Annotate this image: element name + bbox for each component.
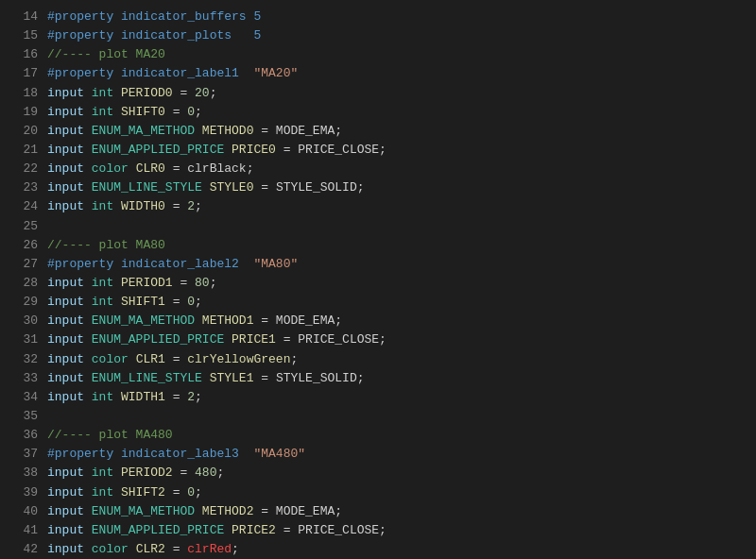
code-line: 35 (11, 407, 745, 426)
line-number: 17 (11, 64, 38, 83)
token: int (92, 466, 113, 480)
token: ENUM_APPLIED_PRICE (92, 332, 224, 347)
line-content: input ENUM_MA_METHOD METHOD0 = MODE_EMA; (47, 122, 745, 141)
token: PERIOD0 (113, 86, 180, 100)
token: WIDTH0 (113, 199, 172, 213)
line-number: 24 (11, 197, 38, 216)
code-line: 26//---- plot MA80 (11, 236, 745, 255)
token: input (47, 504, 92, 518)
line-content: input int WIDTH1 = 2; (47, 388, 745, 407)
token: color (92, 352, 129, 366)
code-line: 27#property indicator_label2 "MA80" (11, 255, 745, 274)
token: ; (357, 180, 365, 195)
token: METHOD0 (195, 124, 261, 138)
token: = (261, 313, 268, 328)
line-number: 32 (11, 350, 38, 369)
token: 2 (180, 199, 195, 213)
line-content: input ENUM_LINE_STYLE STYLE0 = STYLE_SOL… (47, 178, 745, 197)
token: ENUM_LINE_STYLE (92, 371, 202, 385)
line-content: input int PERIOD2 = 480; (47, 464, 745, 483)
line-content: input ENUM_APPLIED_PRICE PRICE2 = PRICE_… (47, 521, 745, 540)
token: int (92, 295, 113, 309)
code-line: 29input int SHIFT1 = 0; (11, 293, 745, 312)
code-line: 25 (11, 217, 745, 236)
token: ; (379, 523, 387, 537)
line-content: input int SHIFT1 = 0; (47, 293, 745, 312)
token: ; (379, 332, 387, 347)
line-number: 28 (11, 274, 38, 293)
token: ; (335, 124, 342, 138)
token: input (47, 485, 92, 500)
line-number: 14 (11, 8, 38, 26)
token: CLR2 (129, 542, 173, 556)
line-number: 20 (11, 122, 38, 141)
token: ENUM_MA_METHOD (92, 504, 195, 518)
token: "MA480" (253, 447, 305, 461)
line-content (47, 407, 745, 426)
token: ; (335, 313, 342, 328)
line-content: //---- plot MA20 (47, 45, 745, 64)
token: input (47, 371, 92, 385)
token: CLR1 (129, 352, 173, 366)
code-line: 14#property indicator_buffers 5 (11, 8, 745, 26)
code-line: 36//---- plot MA480 (11, 426, 745, 445)
code-line: 24input int WIDTH0 = 2; (11, 197, 745, 216)
token: = (261, 180, 268, 195)
token: clrRed (180, 542, 232, 556)
line-content: input int SHIFT2 = 0; (47, 483, 745, 502)
token: int (92, 276, 113, 290)
token: input (47, 276, 92, 290)
token: input (47, 295, 92, 309)
token: PRICE0 (224, 143, 283, 157)
code-line: 41input ENUM_APPLIED_PRICE PRICE2 = PRIC… (11, 521, 745, 540)
token: WIDTH1 (113, 390, 172, 404)
token: 0 (180, 485, 195, 500)
code-line: 17#property indicator_label1 "MA20" (11, 64, 745, 83)
token: ; (210, 86, 217, 100)
code-line: 39input int SHIFT2 = 0; (11, 483, 745, 502)
line-content: input ENUM_APPLIED_PRICE PRICE0 = PRICE_… (47, 141, 745, 160)
code-line: 40input ENUM_MA_METHOD METHOD2 = MODE_EM… (11, 502, 745, 521)
token: PRICE2 (224, 523, 283, 537)
code-line: 33input ENUM_LINE_STYLE STYLE1 = STYLE_S… (11, 369, 745, 388)
token: ; (379, 143, 387, 157)
token: MODE_EMA (268, 124, 335, 138)
line-number: 33 (11, 369, 38, 388)
token: STYLE0 (202, 180, 261, 195)
code-line: 42input color CLR2 = clrRed; (11, 540, 745, 559)
line-content: input ENUM_LINE_STYLE STYLE1 = STYLE_SOL… (47, 369, 745, 388)
line-number: 31 (11, 330, 38, 349)
token: SHIFT0 (113, 105, 172, 119)
line-number: 15 (11, 26, 38, 45)
token: ENUM_MA_METHOD (92, 124, 195, 138)
token: 20 (187, 86, 209, 100)
line-number: 30 (11, 312, 38, 330)
line-content: input color CLR0 = clrBlack; (47, 160, 745, 178)
line-content: //---- plot MA80 (47, 236, 745, 255)
token: MODE_EMA (268, 313, 335, 328)
line-number: 41 (11, 521, 38, 540)
token: #property indicator_label2 (47, 257, 253, 271)
token: ; (195, 105, 202, 119)
line-number: 16 (11, 45, 38, 64)
token: 0 (180, 105, 195, 119)
token: ENUM_APPLIED_PRICE (92, 523, 224, 537)
token: MODE_EMA (268, 504, 335, 518)
code-line: 28input int PERIOD1 = 80; (11, 274, 745, 293)
token: ; (357, 371, 365, 385)
token: ENUM_MA_METHOD (92, 313, 195, 328)
token: 480 (187, 466, 216, 480)
line-number: 37 (11, 445, 38, 464)
line-content: input int WIDTH0 = 2; (47, 197, 745, 216)
token: "MA80" (253, 257, 298, 271)
line-number: 36 (11, 426, 38, 445)
line-content: input int PERIOD1 = 80; (47, 274, 745, 293)
line-content: input ENUM_MA_METHOD METHOD2 = MODE_EMA; (47, 502, 745, 521)
token: input (47, 542, 92, 556)
token: STYLE1 (202, 371, 261, 385)
token: //---- plot MA80 (47, 238, 165, 252)
token: STYLE_SOLID (268, 180, 357, 195)
token: int (92, 199, 113, 213)
token: ; (195, 295, 202, 309)
line-number: 18 (11, 84, 38, 103)
